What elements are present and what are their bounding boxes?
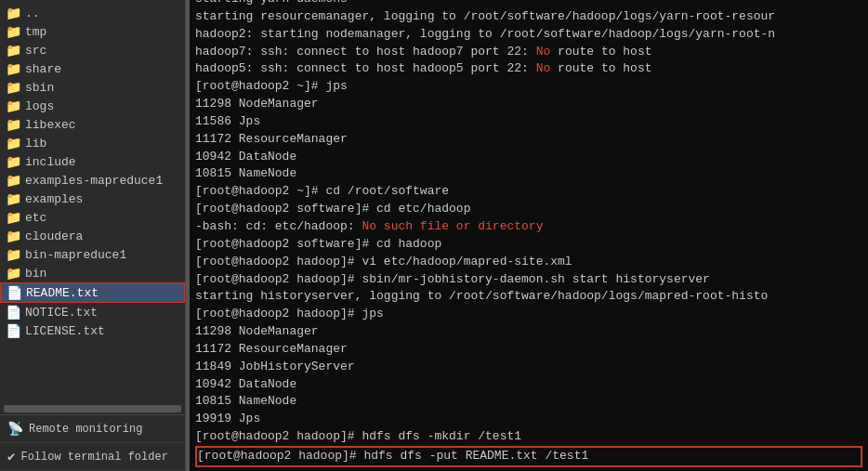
terminal-line: [root@hadoop2 hadoop]# hdfs dfs -mkdir /…	[195, 428, 862, 446]
tree-item-label: bin-mapreduce1	[25, 248, 126, 262]
terminal-line: -bash: cd: etc/hadoop: No such file or d…	[195, 218, 862, 236]
file-icon: 📄	[7, 285, 21, 300]
terminal-line: hadoop2: starting nodemanager, logging t…	[195, 26, 862, 44]
sidebar-bottom-label: Remote monitoring	[29, 423, 142, 436]
scroll-indicator	[4, 405, 181, 412]
folder-icon: 📁	[6, 6, 20, 20]
file-tree[interactable]: 📁..📁tmp📁src📁share📁sbin📁logs📁libexec📁lib📁…	[0, 0, 185, 403]
tree-item-examples-mapreduce1[interactable]: 📁examples-mapreduce1	[0, 171, 185, 190]
sidebar-bottom: 📡Remote monitoring✔Follow terminal folde…	[0, 414, 185, 471]
tree-item-libexec[interactable]: 📁libexec	[0, 115, 185, 134]
tree-item-examples[interactable]: 📁examples	[0, 190, 185, 208]
tree-item-label: sbin	[25, 81, 54, 95]
folder-icon: 📁	[6, 117, 20, 132]
tree-item-include[interactable]: 📁include	[0, 152, 185, 171]
tree-item-src[interactable]: 📁src	[0, 41, 185, 59]
tree-item-licensetxt[interactable]: 📄LICENSE.txt	[0, 321, 185, 340]
terminal-line: [root@hadoop2 hadoop]# vi etc/hadoop/map…	[195, 254, 862, 271]
tree-item-label: examples	[25, 192, 83, 206]
terminal-line: 11298 NodeManager	[195, 323, 862, 341]
tree-item-label: NOTICE.txt	[25, 306, 98, 320]
tree-item-etc[interactable]: 📁etc	[0, 208, 185, 227]
terminal[interactable]: starting yarn daemonsstarting resourcema…	[190, 0, 868, 471]
tree-item-label: cloudera	[25, 229, 83, 243]
terminal-line: 11586 Jps	[195, 113, 862, 131]
sidebar-bottom-item-1[interactable]: ✔Follow terminal folder	[0, 443, 185, 471]
terminal-line: [root@hadoop2 ~]# cd /root/software	[195, 183, 862, 201]
tree-item-bin[interactable]: 📁bin	[0, 264, 185, 282]
terminal-line: starting yarn daemons	[195, 0, 862, 8]
terminal-line: 10815 NameNode	[195, 165, 862, 183]
tree-item-label: tmp	[25, 25, 46, 39]
folder-icon: 📁	[6, 80, 20, 95]
tree-item-readmetxt[interactable]: 📄README.txt	[0, 282, 185, 303]
terminal-line: 10942 DataNode	[195, 376, 862, 394]
tree-item-label: src	[25, 44, 46, 58]
terminal-line: 10942 DataNode	[195, 149, 862, 166]
folder-icon: 📁	[6, 210, 20, 225]
tree-item-[interactable]: 📁..	[0, 4, 185, 22]
folder-icon: 📁	[6, 191, 20, 206]
tree-item-label: ..	[25, 7, 40, 20]
folder-icon: 📁	[6, 266, 20, 281]
folder-icon: 📁	[6, 61, 20, 76]
tree-item-label: share	[25, 62, 61, 76]
terminal-line: [root@hadoop2 software]# cd etc/hadoop	[195, 201, 862, 218]
terminal-line: starting resourcemanager, logging to /ro…	[195, 8, 862, 26]
tree-item-bin-mapreduce1[interactable]: 📁bin-mapreduce1	[0, 245, 185, 264]
folder-icon: 📁	[6, 229, 20, 243]
file-icon: 📄	[6, 305, 20, 320]
tree-item-share[interactable]: 📁share	[0, 59, 185, 78]
terminal-line: [root@hadoop2 hadoop]# sbin/mr-jobhistor…	[195, 271, 862, 289]
folder-icon: 📁	[6, 173, 20, 188]
folder-icon: 📁	[6, 154, 20, 169]
tree-item-label: libexec	[25, 118, 76, 132]
tree-item-sbin[interactable]: 📁sbin	[0, 78, 185, 97]
sidebar-bottom-label: Follow terminal folder	[20, 451, 167, 464]
terminal-line: [root@hadoop2 hadoop]# jps	[195, 306, 862, 323]
terminal-line: 19919 Jps	[195, 411, 862, 428]
tree-item-label: etc	[25, 211, 46, 225]
tree-item-noticetxt[interactable]: 📄NOTICE.txt	[0, 303, 185, 321]
terminal-line: starting historyserver, logging to /root…	[195, 288, 862, 306]
terminal-line: 10815 NameNode	[195, 393, 862, 411]
tree-item-label: LICENSE.txt	[25, 324, 105, 338]
sidebar-bottom-item-0[interactable]: 📡Remote monitoring	[0, 415, 185, 443]
sidebar: 📁..📁tmp📁src📁share📁sbin📁logs📁libexec📁lib📁…	[0, 0, 186, 471]
terminal-line: [root@hadoop2 hadoop]# hdfs dfs -put REA…	[195, 446, 862, 467]
terminal-line: [root@hadoop2 ~]# jps	[195, 78, 862, 96]
file-icon: 📄	[6, 323, 20, 338]
follow-folder-icon: ✔	[7, 449, 15, 464]
remote-monitoring-icon: 📡	[7, 421, 23, 437]
tree-item-label: README.txt	[26, 286, 99, 300]
tree-item-label: bin	[25, 267, 46, 281]
terminal-line: 11298 NodeManager	[195, 96, 862, 113]
terminal-line: 11172 ResourceManager	[195, 131, 862, 149]
folder-icon: 📁	[6, 24, 20, 39]
tree-item-label: logs	[25, 99, 54, 113]
tree-item-cloudera[interactable]: 📁cloudera	[0, 227, 185, 245]
tree-item-label: lib	[25, 137, 46, 150]
tree-item-label: include	[25, 155, 76, 169]
tree-item-tmp[interactable]: 📁tmp	[0, 22, 185, 41]
folder-icon: 📁	[6, 136, 20, 150]
terminal-line: 11849 JobHistoryServer	[195, 359, 862, 376]
terminal-line: [root@hadoop2 software]# cd hadoop	[195, 236, 862, 254]
folder-icon: 📁	[6, 247, 20, 262]
tree-item-label: examples-mapreduce1	[25, 174, 163, 188]
tree-item-lib[interactable]: 📁lib	[0, 134, 185, 152]
terminal-line: hadoop5: ssh: connect to host hadoop5 po…	[195, 60, 862, 78]
tree-item-logs[interactable]: 📁logs	[0, 97, 185, 115]
terminal-line: 11172 ResourceManager	[195, 341, 862, 359]
folder-icon: 📁	[6, 98, 20, 113]
terminal-line: hadoop7: ssh: connect to host hadoop7 po…	[195, 44, 862, 61]
folder-icon: 📁	[6, 43, 20, 58]
